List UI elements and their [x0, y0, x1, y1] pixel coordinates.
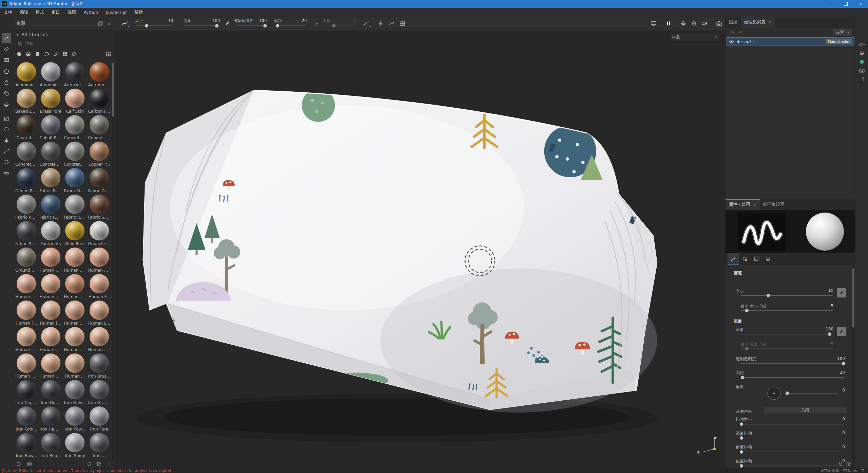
refresh-icon[interactable]	[87, 462, 92, 467]
geometry-decal-tool[interactable]	[2, 114, 11, 124]
add-asset-icon[interactable]	[107, 462, 111, 466]
filter-textures-icon[interactable]	[62, 51, 68, 57]
material-item[interactable]: Artificial ...	[63, 61, 87, 88]
menu-help[interactable]: 帮助	[131, 8, 147, 17]
material-item[interactable]: Human N...	[87, 326, 112, 352]
filter-brushes-icon[interactable]	[44, 51, 50, 57]
flow-jitter-slider[interactable]	[740, 436, 845, 440]
menu-view[interactable]: 视图	[64, 8, 80, 17]
prop-min-size-slider[interactable]	[740, 308, 833, 313]
material-item[interactable]: Iron Pure	[87, 405, 112, 432]
material-item[interactable]: Fabric Ba...	[63, 167, 87, 194]
subtab-stencil-icon[interactable]	[751, 253, 762, 265]
menu-window[interactable]: 窗口	[48, 8, 64, 17]
material-item[interactable]: Iron ...	[87, 432, 112, 458]
history-log-icon[interactable]	[858, 75, 866, 84]
material-item[interactable]: Gouache ...	[87, 220, 112, 247]
material-item[interactable]: Denim Ri...	[14, 167, 39, 194]
symmetry-icon[interactable]	[377, 19, 385, 28]
material-item[interactable]: Human F...	[14, 299, 39, 326]
opacity-slider[interactable]	[234, 23, 267, 28]
tab-texture-set-list[interactable]: 纹理集列表 ×	[741, 17, 775, 28]
filter-materials-icon[interactable]	[16, 51, 22, 57]
particles-tool[interactable]	[2, 157, 11, 167]
close-button[interactable]: ×	[853, 0, 868, 8]
spacing-dot-icon[interactable]	[313, 21, 321, 29]
3d-model-canvas[interactable]	[115, 31, 725, 468]
material-item[interactable]: Iron Raw...	[14, 432, 39, 458]
material-item[interactable]: Concrete ...	[63, 141, 87, 167]
material-item[interactable]: Human F...	[87, 273, 112, 299]
size-pressure-button[interactable]	[837, 288, 846, 297]
history-back-icon[interactable]	[729, 31, 736, 35]
paint-brush-tool[interactable]	[2, 33, 11, 43]
prop-opacity-slider[interactable]	[740, 361, 845, 366]
properties-scrollbar-thumb[interactable]	[852, 268, 854, 328]
material-item[interactable]: Human E...	[39, 273, 63, 299]
material-item[interactable]: Iron Grin...	[14, 405, 39, 432]
display-settings-icon[interactable]	[858, 40, 866, 49]
flow-slider[interactable]	[183, 23, 220, 28]
tab-properties-paint[interactable]: 属性 - 绘画 ×	[725, 199, 760, 210]
prop-spacing-slider[interactable]	[740, 375, 845, 380]
list-view-icon[interactable]	[16, 462, 21, 466]
material-item[interactable]: Cobalt Pu...	[39, 114, 63, 141]
material-item[interactable]: Iron Rou...	[39, 432, 63, 458]
material-item[interactable]: Human H...	[63, 299, 87, 326]
history-forward-icon[interactable]	[736, 31, 744, 35]
angle-dial[interactable]	[767, 386, 781, 400]
texture-set-row[interactable]: default Main shader	[727, 38, 854, 45]
notifications-icon[interactable]	[837, 461, 844, 467]
material-item[interactable]: Fabric Sui...	[14, 220, 39, 247]
assets-scrollbar[interactable]	[112, 61, 114, 460]
filter-smart-masks-icon[interactable]	[35, 51, 40, 57]
projection-settings-icon[interactable]	[398, 19, 407, 28]
prop-flow-slider[interactable]	[740, 332, 833, 336]
flow-control[interactable]: 流量100	[183, 18, 220, 28]
material-item[interactable]: Calf Skin	[63, 88, 87, 114]
iray-render-icon[interactable]	[858, 58, 866, 66]
spacing-control[interactable]: 间距20	[274, 18, 307, 28]
tab-texture-set-settings[interactable]: 纹理集设置	[760, 199, 788, 210]
maximize-button[interactable]	[838, 0, 853, 8]
material-item[interactable]: Baked Lig...	[14, 88, 39, 114]
grid-view-icon[interactable]	[106, 51, 111, 57]
follow-path-button[interactable]: 关闭	[763, 406, 847, 414]
material-item[interactable]: Human B...	[63, 247, 87, 273]
size-control[interactable]: 大小10	[135, 18, 173, 28]
clone-tool[interactable]	[2, 89, 11, 98]
material-item[interactable]: Autumn L...	[87, 61, 112, 88]
lazy-mouse-icon[interactable]	[388, 19, 396, 28]
subtab-material-icon[interactable]	[762, 253, 774, 265]
material-item[interactable]: Human E...	[63, 273, 87, 299]
material-item[interactable]: Human B...	[87, 247, 112, 273]
float-panel-icon[interactable]	[98, 21, 103, 26]
material-item[interactable]: Concrete ...	[14, 141, 39, 167]
eraser-tool[interactable]	[2, 44, 11, 54]
properties-scrollbar[interactable]	[852, 265, 854, 468]
prop-size-slider[interactable]	[740, 293, 833, 298]
material-item[interactable]: Fabric Kni...	[14, 194, 39, 220]
quick-mask-tool[interactable]	[2, 125, 11, 134]
material-item[interactable]: Human B...	[39, 247, 63, 273]
menu-python[interactable]: Python	[80, 8, 102, 17]
menu-edit[interactable]: 编辑	[16, 8, 32, 17]
projection-tool[interactable]	[2, 55, 11, 65]
material-item[interactable]: Iron Ham...	[39, 405, 63, 432]
falloff-curve-icon[interactable]: ▾	[362, 19, 370, 28]
assets-scrollbar-thumb[interactable]	[112, 62, 114, 117]
card-view-icon[interactable]	[27, 462, 32, 466]
material-item[interactable]: Human N...	[14, 352, 39, 379]
opacity-control[interactable]: 笔刷透明度100	[234, 18, 267, 28]
search-input[interactable]: 搜索	[18, 39, 110, 48]
settings-dropdown[interactable]: 设置 ▾	[833, 29, 852, 37]
material-item[interactable]: Iron Dia...	[39, 379, 63, 405]
axis-gizmo[interactable]: X	[693, 435, 722, 457]
material-item[interactable]: Concrete ...	[87, 114, 112, 141]
subtab-alpha-icon[interactable]	[739, 253, 751, 265]
material-item[interactable]: Fabric Ro...	[39, 194, 63, 220]
material-item[interactable]: Fabric Ba...	[39, 167, 63, 194]
material-item[interactable]: Iron Galv...	[63, 379, 87, 405]
filter-alphas-icon[interactable]	[53, 51, 59, 57]
close-tab-icon[interactable]: ×	[753, 202, 756, 207]
